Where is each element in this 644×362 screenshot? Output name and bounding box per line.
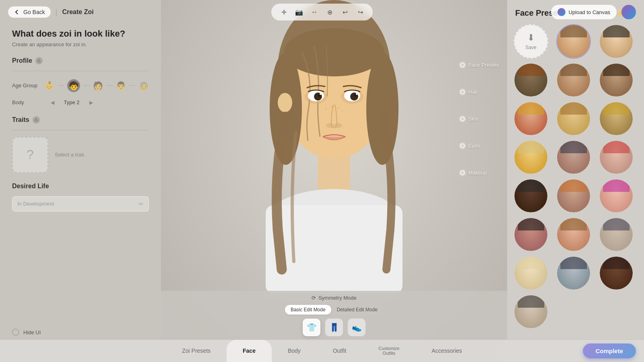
go-back-button[interactable]: Go Back [8, 6, 51, 18]
preset-face-13 [557, 179, 590, 212]
profile-section: Profile ⚠ Age Group 👶 🧒 🧑 👨 🧓 Body ◀ [12, 57, 149, 107]
redo-button[interactable]: ↪ [354, 6, 366, 18]
upload-icon [557, 8, 566, 16]
age-child-icon[interactable]: 🧒 [67, 79, 80, 92]
preset-face-11 [600, 141, 633, 174]
undo-button[interactable]: ↩ [339, 6, 351, 18]
svg-point-18 [326, 123, 334, 128]
svg-point-17 [356, 93, 357, 95]
hair-label-item[interactable]: Hair [460, 89, 499, 95]
nav-customize-outfits-label: Customize Outfits [378, 346, 399, 356]
trait-selector[interactable]: ? [12, 137, 48, 173]
desired-life-input[interactable]: In Development ✏ [12, 196, 149, 212]
nav-outfit[interactable]: Outfit [317, 340, 362, 362]
nav-customize-outfits[interactable]: Customize Outfits [362, 340, 415, 362]
canvas-bottom-controls: ⟳ Symmetry Mode Basic Edit Mode Detailed… [161, 291, 507, 339]
character-viewport[interactable]: Face Presets Hair Skin Eyes Makeup [161, 0, 507, 339]
preset-item-2[interactable] [599, 24, 634, 59]
body-prev-button[interactable]: ◀ [48, 99, 56, 107]
age-elder-icon[interactable]: 🧓 [139, 81, 149, 90]
bottom-clothing-icon[interactable]: 👖 [325, 319, 343, 336]
center-canvas: Face Presets Hair Skin Eyes Makeup [161, 0, 507, 339]
nav-accessories[interactable]: Accessories [415, 340, 478, 362]
save-icon: ⬇ [527, 33, 535, 43]
preset-item-7[interactable] [556, 101, 591, 136]
camera-button[interactable]: 📷 [293, 6, 305, 18]
preset-item-3[interactable] [514, 63, 548, 97]
preset-item-8[interactable] [599, 101, 634, 136]
shoes-icon[interactable]: 👟 [348, 319, 365, 336]
makeup-dot [460, 170, 465, 175]
detailed-edit-mode-button[interactable]: Detailed Edit Mode [331, 305, 383, 315]
preset-item-10[interactable] [556, 140, 591, 175]
preset-item-16[interactable] [556, 217, 591, 252]
preset-item-19[interactable] [556, 256, 591, 290]
preset-face-17 [600, 218, 633, 251]
tool-move-button[interactable]: ✛ [278, 6, 290, 18]
preset-item-15[interactable] [514, 217, 548, 252]
preset-item-9[interactable] [514, 140, 548, 175]
preset-item-20[interactable] [599, 256, 634, 290]
age-group-row: Age Group 👶 🧒 🧑 👨 🧓 [12, 79, 149, 92]
skin-label-item[interactable]: Skin [460, 116, 499, 122]
preset-item-11[interactable] [599, 140, 634, 175]
preset-face-7 [557, 102, 590, 135]
preset-item-1[interactable] [556, 24, 591, 59]
preset-face-2 [600, 25, 633, 58]
hide-ui-toggle[interactable]: Hide UI [12, 329, 41, 336]
age-connector [58, 85, 64, 86]
age-adult-icon[interactable]: 👨 [116, 81, 126, 90]
top-clothing-icon[interactable]: 👕 [303, 319, 320, 336]
body-next-button[interactable]: ▶ [87, 99, 95, 107]
desired-life-header: Desired Life [12, 183, 149, 190]
rotate-button[interactable]: ↔ [308, 6, 320, 18]
traits-row: ? Select a trait. [12, 137, 149, 173]
zoom-button[interactable]: ⊕ [324, 6, 336, 18]
edit-mode-toggle: Basic Edit Mode Detailed Edit Mode [284, 304, 384, 315]
preset-item-4[interactable] [556, 63, 591, 97]
face-presets-label: Face Presets [468, 62, 499, 68]
profile-warning-icon: ⚠ [35, 57, 43, 64]
preset-face-1 [557, 25, 590, 58]
character-question: What does zoi in look like? Create an ap… [12, 28, 149, 47]
nav-zoi-presets[interactable]: Zoi Presets [166, 340, 227, 362]
preset-item-17[interactable] [599, 217, 634, 252]
age-baby-icon[interactable]: 👶 [44, 81, 54, 90]
preset-face-20 [600, 257, 633, 290]
user-avatar[interactable] [621, 5, 636, 19]
preset-face-10 [557, 141, 590, 174]
bottom-navigation: Zoi Presets Face Body Outfit Customize O… [0, 339, 644, 362]
nav-body-label: Body [288, 348, 301, 354]
upload-to-canvas-button[interactable]: Upload to Canvas [551, 5, 617, 19]
eyes-label-item[interactable]: Eyes [460, 143, 499, 149]
preset-face-19 [557, 257, 590, 290]
symmetry-mode-toggle[interactable]: ⟳ Symmetry Mode [312, 295, 357, 301]
age-group-selector: 👶 🧒 🧑 👨 🧓 [44, 79, 149, 92]
save-preset-item[interactable]: ⬇ Save [514, 24, 548, 59]
header-left: Go Back | Create Zoi [8, 6, 94, 18]
nav-face[interactable]: Face [227, 340, 272, 362]
preset-item-6[interactable] [514, 101, 548, 136]
symmetry-label: Symmetry Mode [318, 295, 357, 301]
preset-item-21[interactable] [514, 294, 548, 329]
face-presets-label-item[interactable]: Face Presets [460, 62, 499, 68]
age-teen-icon[interactable]: 🧑 [93, 81, 103, 90]
preset-item-12[interactable] [514, 179, 548, 213]
preset-item-18[interactable] [514, 256, 548, 290]
preset-item-13[interactable] [556, 179, 591, 213]
svg-point-24 [278, 93, 292, 112]
svg-rect-3 [266, 205, 402, 294]
preset-face-8 [600, 102, 633, 135]
makeup-label-item[interactable]: Makeup [460, 170, 499, 176]
nav-face-label: Face [243, 348, 256, 354]
complete-button[interactable]: Complete [583, 343, 636, 358]
preset-face-15 [514, 218, 547, 251]
preset-item-14[interactable] [599, 179, 634, 213]
nav-body[interactable]: Body [272, 340, 317, 362]
preset-item-5[interactable] [599, 63, 634, 97]
basic-edit-mode-button[interactable]: Basic Edit Mode [285, 305, 331, 315]
presets-grid: ⬇ Save [507, 23, 644, 362]
body-type-value: Type 2 [60, 99, 84, 105]
traits-divider [12, 130, 149, 130]
select-trait-label: Select a trait. [55, 152, 85, 158]
